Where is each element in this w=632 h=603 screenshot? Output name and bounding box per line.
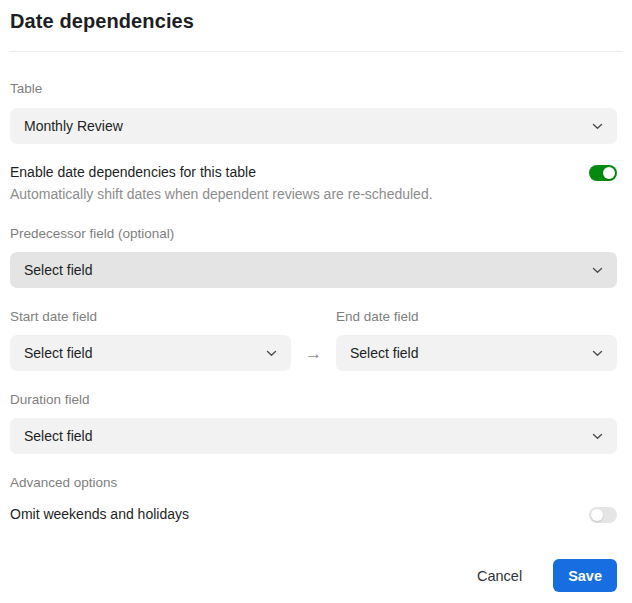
chevron-down-icon xyxy=(592,350,603,357)
omit-weekends-row: Omit weekends and holidays xyxy=(10,506,617,523)
date-field-labels-row: Start date field End date field xyxy=(10,309,617,325)
table-select-value: Monthly Review xyxy=(24,118,123,134)
save-button[interactable]: Save xyxy=(553,559,617,592)
enable-dependencies-label: Enable date dependencies for this table xyxy=(10,164,256,181)
omit-weekends-label: Omit weekends and holidays xyxy=(10,506,189,523)
toggle-knob xyxy=(591,509,603,521)
dialog-title: Date dependencies xyxy=(10,9,622,33)
duration-field-label: Duration field xyxy=(10,392,617,408)
duration-select-value: Select field xyxy=(24,428,92,444)
end-date-select-value: Select field xyxy=(350,345,418,361)
duration-field-select[interactable]: Select field xyxy=(10,418,617,454)
table-field-label: Table xyxy=(10,81,617,97)
chevron-down-icon xyxy=(266,350,277,357)
date-dependencies-dialog: Date dependencies Table Monthly Review E… xyxy=(0,0,632,603)
end-date-field-label: End date field xyxy=(336,309,617,325)
toggle-knob xyxy=(603,167,615,179)
omit-weekends-toggle[interactable] xyxy=(589,507,617,523)
dialog-footer: Cancel Save xyxy=(0,559,632,603)
chevron-down-icon xyxy=(592,267,603,274)
chevron-down-icon xyxy=(592,433,603,440)
enable-dependencies-row: Enable date dependencies for this table xyxy=(10,164,617,181)
cancel-button[interactable]: Cancel xyxy=(477,562,522,590)
start-date-select-value: Select field xyxy=(24,345,92,361)
arrow-right-icon: → xyxy=(291,345,336,362)
dialog-body: Table Monthly Review Enable date depende… xyxy=(0,52,632,559)
predecessor-select-value: Select field xyxy=(24,262,92,278)
end-date-field-select[interactable]: Select field xyxy=(336,335,617,371)
date-field-selects-row: Select field → Select field xyxy=(10,335,617,371)
advanced-options-label: Advanced options xyxy=(10,475,617,491)
chevron-down-icon xyxy=(592,123,603,130)
dialog-header: Date dependencies xyxy=(0,0,632,52)
table-select[interactable]: Monthly Review xyxy=(10,108,617,144)
enable-dependencies-description: Automatically shift dates when dependent… xyxy=(10,186,617,202)
predecessor-field-label: Predecessor field (optional) xyxy=(10,226,617,242)
start-date-field-select[interactable]: Select field xyxy=(10,335,291,371)
enable-dependencies-toggle[interactable] xyxy=(589,165,617,181)
start-date-field-label: Start date field xyxy=(10,309,291,325)
predecessor-field-select[interactable]: Select field xyxy=(10,252,617,288)
